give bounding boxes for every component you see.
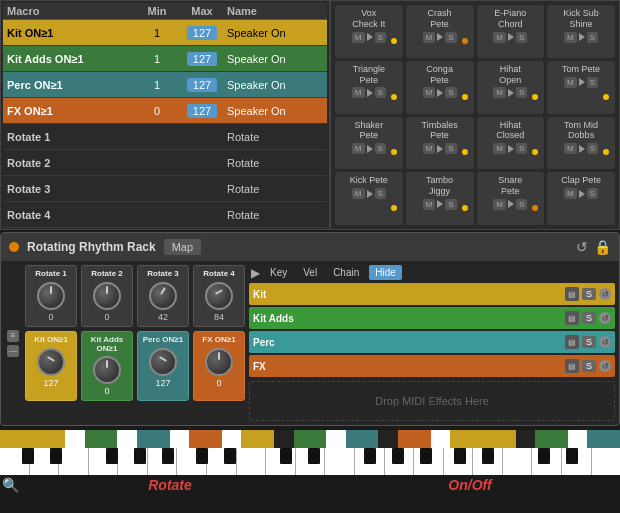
chain-item-kit[interactable]: Kit ▤ S ↺	[249, 283, 615, 305]
chain-item-fx[interactable]: FX ▤ S ↺	[249, 355, 615, 377]
rack-power-dot[interactable]	[9, 242, 19, 252]
mute-btn[interactable]: M	[493, 143, 506, 154]
chain-tab-vel[interactable]: Vel	[297, 265, 323, 280]
chain-kit-adds-solo[interactable]: S	[582, 312, 596, 324]
white-key[interactable]	[89, 448, 119, 475]
instrument-triangle-pete[interactable]: TrianglePete M S	[335, 61, 403, 114]
white-key[interactable]	[59, 448, 89, 475]
chain-perc-solo[interactable]: S	[582, 336, 596, 348]
chain-kit-adds-record[interactable]: ↺	[599, 312, 611, 324]
instrument-kick-pete[interactable]: Kick Pete M S	[335, 172, 403, 225]
rotate-1-knob-cell[interactable]: Rotate 1 0	[25, 265, 77, 327]
drop-midi-area[interactable]: Drop MIDI Effects Here	[249, 381, 615, 421]
solo-btn[interactable]: S	[445, 87, 456, 98]
instrument-conga-pete[interactable]: CongaPete M S	[406, 61, 474, 114]
refresh-icon[interactable]: ↺	[576, 239, 588, 255]
solo-btn[interactable]: S	[445, 32, 456, 43]
mute-btn[interactable]: M	[564, 188, 577, 199]
instrument-timbales-pete[interactable]: TimbalesPete M S	[406, 117, 474, 170]
fx-on-knob-cell[interactable]: FX ON≥1 0	[193, 331, 245, 402]
play-icon[interactable]	[579, 145, 585, 153]
mute-btn[interactable]: M	[493, 199, 506, 210]
mute-btn[interactable]: M	[352, 143, 365, 154]
mute-btn[interactable]: M	[493, 87, 506, 98]
play-icon[interactable]	[508, 200, 514, 208]
mute-btn[interactable]: M	[423, 87, 436, 98]
mute-btn[interactable]: M	[423, 199, 436, 210]
chain-fx-solo[interactable]: S	[582, 360, 596, 372]
solo-btn[interactable]: S	[375, 188, 386, 199]
mute-btn[interactable]: M	[564, 32, 577, 43]
white-key[interactable]	[296, 448, 326, 475]
play-icon[interactable]	[367, 89, 373, 97]
solo-btn[interactable]: S	[516, 32, 527, 43]
table-row[interactable]: Rotate 4 Rotate	[3, 202, 327, 228]
table-row[interactable]: Rotate 2 Rotate	[3, 150, 327, 176]
chain-tab-key[interactable]: Key	[264, 265, 293, 280]
chain-kit-solo[interactable]: S	[582, 288, 596, 300]
play-icon[interactable]	[508, 145, 514, 153]
play-icon[interactable]	[579, 78, 585, 86]
rotate-4-knob[interactable]	[205, 282, 233, 310]
chain-item-perc[interactable]: Perc ▤ S ↺	[249, 331, 615, 353]
white-key[interactable]	[237, 448, 267, 475]
play-icon[interactable]	[437, 33, 443, 41]
instrument-snare-pete[interactable]: SnarePete M S	[477, 172, 545, 225]
white-key[interactable]	[473, 448, 503, 475]
chain-tab-chain[interactable]: Chain	[327, 265, 365, 280]
solo-btn[interactable]: S	[587, 143, 598, 154]
play-icon[interactable]	[579, 33, 585, 41]
rotate-3-knob-cell[interactable]: Rotate 3 42	[137, 265, 189, 327]
mute-btn[interactable]: M	[423, 143, 436, 154]
mute-btn[interactable]: M	[493, 32, 506, 43]
white-key[interactable]	[266, 448, 296, 475]
rotate-3-knob[interactable]	[149, 282, 177, 310]
solo-btn[interactable]: S	[445, 199, 456, 210]
rotate-2-knob[interactable]	[93, 282, 121, 310]
mute-btn[interactable]: M	[352, 87, 365, 98]
mute-btn[interactable]: M	[564, 77, 577, 88]
chain-item-kit-adds[interactable]: Kit Adds ▤ S ↺	[249, 307, 615, 329]
search-icon[interactable]: 🔍	[2, 477, 19, 493]
mute-btn[interactable]: M	[423, 32, 436, 43]
fx-on-knob[interactable]	[205, 348, 233, 376]
white-key[interactable]	[30, 448, 60, 475]
table-row[interactable]: Kit ON≥1 1 127 Speaker On	[3, 20, 327, 46]
table-row[interactable]: Rotate 3 Rotate	[3, 176, 327, 202]
solo-btn[interactable]: S	[516, 199, 527, 210]
chain-tab-hide[interactable]: Hide	[369, 265, 402, 280]
lock-icon[interactable]: 🔒	[594, 239, 611, 255]
collapse-icon[interactable]: —	[7, 345, 19, 357]
mute-btn[interactable]: M	[352, 32, 365, 43]
solo-btn[interactable]: S	[375, 32, 386, 43]
white-key[interactable]	[444, 448, 474, 475]
solo-btn[interactable]: S	[516, 143, 527, 154]
kit-on-knob-cell[interactable]: Kit ON≥1 127	[25, 331, 77, 402]
chain-kit-icon[interactable]: ▤	[565, 287, 579, 301]
solo-btn[interactable]: S	[587, 188, 598, 199]
play-icon[interactable]	[508, 33, 514, 41]
white-key[interactable]	[592, 448, 620, 475]
expand-icon[interactable]: ≡	[7, 330, 19, 342]
white-key[interactable]	[355, 448, 385, 475]
kit-adds-on-knob[interactable]	[93, 356, 121, 384]
play-icon[interactable]	[508, 89, 514, 97]
table-row[interactable]: Kit Adds ON≥1 1 127 Speaker On	[3, 46, 327, 72]
play-icon[interactable]	[437, 89, 443, 97]
solo-btn[interactable]: S	[516, 87, 527, 98]
perc-on-knob-cell[interactable]: Perc ON≥1 127	[137, 331, 189, 402]
white-key[interactable]	[177, 448, 207, 475]
white-key[interactable]	[562, 448, 592, 475]
instrument-tom-pete[interactable]: Tom Pete M S	[547, 61, 615, 114]
white-key[interactable]	[325, 448, 355, 475]
play-icon[interactable]	[437, 145, 443, 153]
solo-btn[interactable]: S	[375, 87, 386, 98]
instrument-tambo-jiggy[interactable]: TamboJiggy M S	[406, 172, 474, 225]
white-key[interactable]	[0, 448, 30, 475]
rotate-4-knob-cell[interactable]: Rotate 4 84	[193, 265, 245, 327]
white-key[interactable]	[148, 448, 178, 475]
play-icon[interactable]	[367, 190, 373, 198]
table-row[interactable]: Rotate 1 Rotate	[3, 124, 327, 150]
chain-kit-adds-icon[interactable]: ▤	[565, 311, 579, 325]
piano-keys-row[interactable]	[0, 448, 620, 475]
